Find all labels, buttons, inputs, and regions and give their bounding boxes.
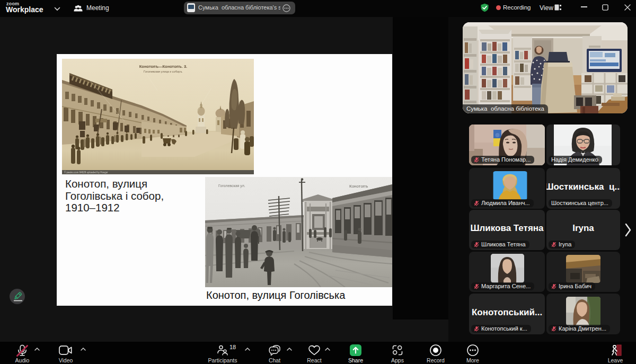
- svg-text:Конотопъ: Конотопъ: [349, 184, 368, 189]
- svg-text:Конотопъ—Конотопъ. 3.: Конотопъ—Конотопъ. 3.: [139, 64, 187, 69]
- svg-text:Гоголевская ул.: Гоголевская ул.: [218, 184, 245, 188]
- svg-text:Гоголевская улица и соборъ.: Гоголевская улица и соборъ.: [144, 70, 183, 73]
- svg-text:© pastvu.com 94029 uploaded b: © pastvu.com 94029 uploaded by Hosgor: [64, 171, 108, 174]
